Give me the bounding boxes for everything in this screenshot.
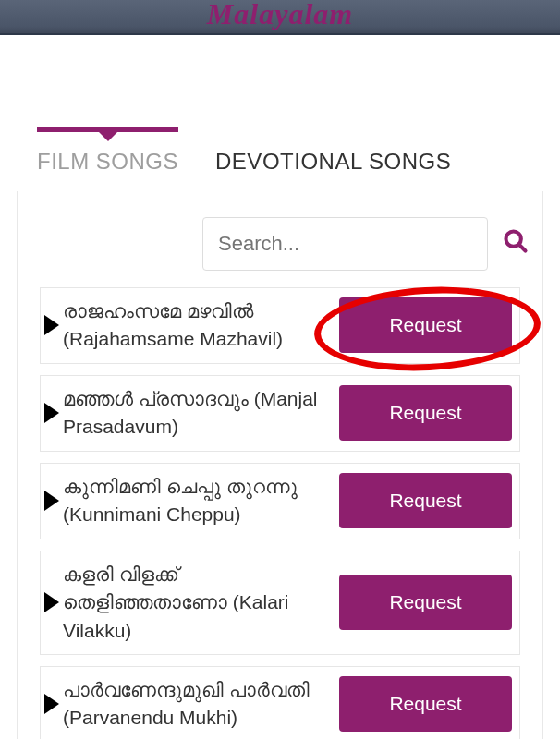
tab-label: DEVOTIONAL SONGS [215,149,451,174]
app-header: Malayalam [0,0,560,35]
song-row: പാർവണേന്ദുമുഖി പാർവതി (Parvanendu Mukhi)… [40,666,520,739]
search-row [18,217,542,287]
search-input[interactable] [202,217,488,271]
play-icon[interactable] [44,694,59,714]
song-row: കളരി വിളക്ക് തെളിഞ്ഞതാണോ (Kalari Vilakku… [40,551,520,655]
request-button[interactable]: Request [339,385,512,441]
song-list: രാജഹംസമേ മഴവിൽ (Rajahamsame Mazhavil) Re… [18,287,542,739]
tab-body: രാജഹംസമേ മഴവിൽ (Rajahamsame Mazhavil) Re… [17,191,543,739]
request-button[interactable]: Request [339,676,512,732]
song-title: മഞ്ഞൾ പ്രസാദവും (Manjal Prasadavum) [63,385,339,442]
tab-devotional-songs[interactable]: DEVOTIONAL SONGS [215,132,451,191]
play-icon[interactable] [44,315,59,335]
song-title: കളരി വിളക്ക് തെളിഞ്ഞതാണോ (Kalari Vilakku… [63,561,339,645]
tab-film-songs[interactable]: FILM SONGS [37,132,178,191]
search-icon[interactable] [499,228,532,260]
request-button[interactable]: Request [339,297,512,353]
tabs-bar: FILM SONGS DEVOTIONAL SONGS [17,132,543,191]
song-row: രാജഹംസമേ മഴവിൽ (Rajahamsame Mazhavil) Re… [40,287,520,364]
play-icon[interactable] [44,592,59,612]
svg-line-1 [519,244,526,250]
request-button[interactable]: Request [339,473,512,528]
content-area: FILM SONGS DEVOTIONAL SONGS രാജഹംസമേ മഴവ… [0,132,560,739]
tab-label: FILM SONGS [37,149,178,174]
request-button[interactable]: Request [339,575,512,630]
song-title: പാർവണേന്ദുമുഖി പാർവതി (Parvanendu Mukhi) [63,676,339,733]
song-title: കുന്നിമണി ചെപ്പു തുറന്നു (Kunnimani Chep… [63,473,339,529]
play-icon[interactable] [44,403,59,423]
song-row: മഞ്ഞൾ പ്രസാദവും (Manjal Prasadavum) Requ… [40,375,520,452]
song-row: കുന്നിമണി ചെപ്പു തുറന്നു (Kunnimani Chep… [40,463,520,539]
play-icon[interactable] [44,491,59,511]
header-title: Malayalam [0,0,560,28]
song-title: രാജഹംസമേ മഴവിൽ (Rajahamsame Mazhavil) [63,297,339,354]
